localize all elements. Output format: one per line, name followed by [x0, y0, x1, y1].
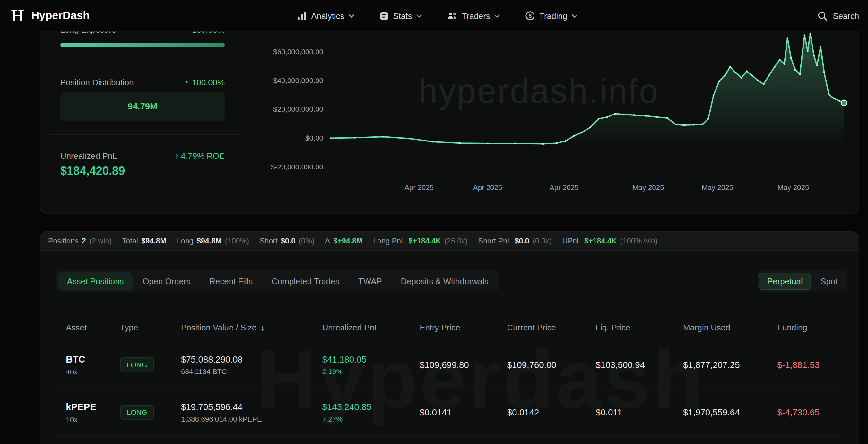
tab-completed-trades[interactable]: Completed Trades — [262, 272, 348, 290]
unrealized-pnl-pct: 7.27% — [322, 415, 420, 423]
col-label: Unrealized PnL — [322, 322, 379, 332]
top-navbar: H HyperDash Analytics Stats Traders $ Tr… — [0, 0, 868, 31]
progress-fill — [60, 43, 225, 47]
up-arrow-icon: ↑ — [175, 151, 179, 160]
col-label: Asset — [66, 322, 87, 332]
unrealized-pnl-pct: 2.19% — [322, 367, 420, 375]
nav-trading[interactable]: $ Trading — [526, 11, 577, 20]
tab-open-orders[interactable]: Open Orders — [134, 272, 200, 290]
mode-perpetual[interactable]: Perpetual — [759, 273, 811, 289]
table-header: Asset Type Position Value / Size ↓ Unrea… — [56, 314, 843, 341]
mode-spot[interactable]: Spot — [812, 273, 846, 289]
summary-label: Long PnL — [373, 237, 405, 245]
col-margin-used[interactable]: Margin Used — [683, 322, 777, 332]
tab-deposits-withdrawals[interactable]: Deposits & Withdrawals — [392, 272, 497, 290]
summary-extra: (100%) — [225, 237, 249, 245]
unrealized-pnl-row: Unrealized PnL ↑ 4.79% ROE — [60, 151, 225, 160]
col-funding[interactable]: Funding — [777, 322, 843, 332]
col-liq-price[interactable]: Liq. Price — [596, 322, 683, 332]
positions-tabs: Asset Positions Open Orders Recent Fills… — [56, 270, 499, 292]
summary-label: Long — [177, 237, 193, 245]
nav-label: Trading — [539, 11, 567, 20]
col-type[interactable]: Type — [120, 322, 181, 332]
search-button[interactable]: Search — [818, 0, 859, 31]
position-value: $75,088,290.08 — [181, 354, 322, 364]
brand[interactable]: H HyperDash — [11, 0, 90, 31]
col-unrealized-pnl[interactable]: Unrealized PnL — [322, 322, 420, 332]
stats-card-icon — [380, 11, 389, 20]
summary-extra: (0.0x) — [532, 237, 552, 245]
x-tick: Apr 2025 — [473, 183, 502, 192]
col-current-price[interactable]: Current Price — [507, 322, 596, 332]
summary-value: $+184.4K — [408, 237, 441, 245]
divider — [51, 134, 239, 135]
col-label: Position Value / Size — [181, 322, 256, 332]
summary-long-pnl: Long PnL $+184.4K (25.0x) — [373, 237, 468, 245]
roe-value: ↑ 4.79% ROE — [175, 151, 225, 160]
col-entry-price[interactable]: Entry Price — [420, 322, 507, 332]
traders-icon — [447, 11, 458, 20]
col-label: Type — [120, 322, 138, 332]
col-label: Funding — [777, 322, 807, 332]
bar-chart-icon — [297, 11, 307, 20]
position-distribution-row: Position Distribution ● 100.00% — [60, 77, 225, 87]
asset-name: BTC — [66, 354, 120, 365]
position-distribution-box[interactable]: 94.79M — [60, 92, 225, 121]
summary-extra: (0%) — [299, 237, 314, 245]
green-dot-icon: ● — [185, 80, 188, 85]
tab-twap[interactable]: TWAP — [349, 272, 391, 290]
chevron-down-icon — [349, 14, 354, 17]
x-tick: May 2025 — [632, 183, 664, 192]
nav-traders[interactable]: Traders — [447, 11, 500, 20]
pnl-chart — [330, 22, 847, 179]
summary-label: Short PnL — [478, 237, 512, 245]
brand-name: HyperDash — [31, 9, 90, 22]
liq-price: $103,500.94 — [596, 360, 645, 369]
sort-desc-icon[interactable]: ↓ — [260, 322, 265, 332]
summary-positions: Positions 2 (2 win) — [48, 237, 112, 245]
margin-used: $1,877,207.25 — [683, 360, 740, 369]
position-size: 1,388,696,014.00 kPEPE — [181, 415, 322, 423]
y-tick: $60,000,000.00 — [228, 47, 323, 56]
overview-card: Long Exposure 100.00% Position Distribut… — [40, 0, 859, 214]
summary-value: $0.0 — [515, 237, 529, 245]
market-mode-toggle: Perpetual Spot — [757, 270, 847, 292]
col-position-value[interactable]: Position Value / Size ↓ — [181, 322, 322, 332]
search-icon — [818, 11, 828, 21]
summary-short-pnl: Short PnL $0.0 (0.0x) — [478, 237, 552, 245]
summary-extra: (25.0x) — [444, 237, 467, 245]
summary-label: Positions — [48, 237, 78, 245]
summary-label: Δ — [325, 237, 330, 245]
asset-name: kPEPE — [66, 401, 120, 412]
entry-price: $109,699.80 — [420, 360, 469, 369]
col-asset[interactable]: Asset — [66, 322, 120, 332]
nav-stats[interactable]: Stats — [380, 11, 422, 20]
col-label: Margin Used — [683, 322, 730, 332]
tab-recent-fills[interactable]: Recent Fills — [200, 272, 261, 290]
nav-menu: Analytics Stats Traders $ Trading — [297, 0, 577, 31]
position-box-value: 94.79M — [128, 102, 157, 112]
long-badge: LONG — [120, 357, 154, 373]
summary-long: Long $94.8M (100%) — [177, 237, 249, 245]
current-price: $0.0142 — [507, 407, 539, 417]
nav-label: Analytics — [311, 11, 344, 20]
positions-card: Hyperdash Positions 2 (2 win) Total $94.… — [40, 231, 859, 444]
summary-extra: (100% win) — [620, 237, 657, 245]
page: Long Exposure 100.00% Position Distribut… — [0, 0, 868, 444]
y-tick: $-20,000,000.00 — [228, 163, 323, 171]
roe-pct: 4.79% ROE — [181, 151, 225, 160]
long-exposure-progress-bar — [60, 43, 225, 47]
x-tick: Apr 2025 — [550, 183, 579, 192]
chevron-down-icon — [572, 14, 577, 17]
summary-value: 2 — [82, 237, 86, 245]
summary-short: Short $0.0 (0%) — [260, 237, 315, 245]
summary-upnl: UPnL $+184.4K (100% win) — [562, 237, 657, 245]
table-row-btc[interactable]: BTC 40x LONG $75,088,290.08 684.1134 BTC… — [56, 341, 843, 389]
position-distribution-value: ● 100.00% — [185, 77, 225, 87]
unrealized-pnl: $41,180.05 — [322, 354, 420, 364]
entry-price: $0.0141 — [420, 407, 452, 417]
tab-asset-positions[interactable]: Asset Positions — [58, 272, 132, 290]
table-row-kpepe[interactable]: kPEPE 10x LONG $19,705,596.44 1,388,696,… — [56, 389, 843, 436]
nav-analytics[interactable]: Analytics — [297, 11, 354, 20]
asset-leverage: 40x — [66, 368, 120, 376]
